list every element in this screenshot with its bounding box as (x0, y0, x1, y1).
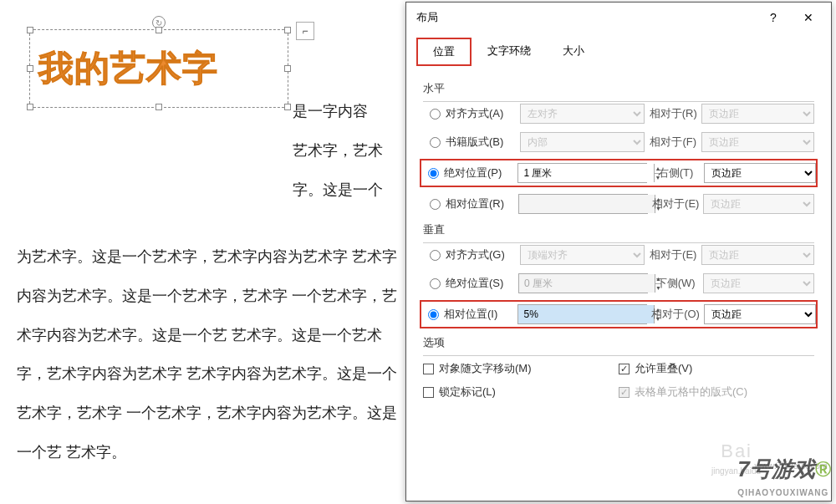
text-line: 字。这是一个 (293, 171, 410, 210)
row-h-book: 书籍版式(B) 内部 相对于(F) 页边距 (423, 130, 814, 154)
body-text: 为艺术字。这是一个艺术字，艺术字内容为艺术字 艺术字内容为艺术字。这是一个艺术字… (17, 237, 397, 472)
document-canvas: ↻ 我的艺术字 ⌐ 是一字内容 艺术字，艺术 字。这是一个 为艺术字。这是一个艺… (0, 0, 405, 504)
spinner-v-rel[interactable]: ▲▼ (517, 304, 647, 324)
watermark-baidu: Bai (721, 440, 752, 462)
radio-h-rel[interactable]: 相对位置(R) (423, 196, 518, 211)
section-horizontal-label: 水平 (423, 81, 814, 96)
layout-options-icon[interactable]: ⌐ (296, 22, 314, 40)
spinner-h-abs[interactable]: ▲▼ (517, 163, 647, 183)
row-v-rel: 相对位置(I) ▲▼ 相对于(O) 页边距 (420, 300, 818, 328)
resize-handle[interactable] (27, 65, 33, 72)
text-line: 艺术字，艺术 (293, 131, 410, 171)
row-v-align: 对齐方式(G) 顶端对齐 相对于(E) 页边距 (423, 243, 814, 267)
select-h-book-ref: 页边距 (701, 132, 814, 152)
radio-v-abs[interactable]: 绝对位置(S) (423, 276, 518, 291)
layout-dialog: 布局 ? ✕ 位置 文字环绕 大小 水平 对齐方式(A) 左对齐 相对于(R) … (405, 2, 832, 501)
label-v-rel-rel: 相对于(O) (647, 307, 703, 322)
select-v-rel-ref[interactable]: 页边距 (704, 304, 816, 324)
help-button[interactable]: ? (761, 8, 786, 28)
checkbox-lock-anchor[interactable]: 锁定标记(L) (423, 384, 619, 400)
close-button[interactable]: ✕ (796, 8, 821, 28)
section-vertical-label: 垂直 (423, 222, 814, 237)
row-h-abs: 绝对位置(P) ▲▼ 右侧(T) 页边距 (420, 159, 818, 187)
row-v-abs: 绝对位置(S) ▲▼ 下侧(W) 页边距 (423, 272, 814, 295)
dialog-title: 布局 (416, 10, 438, 25)
tab-position[interactable]: 位置 (416, 38, 472, 66)
select-h-align-ref: 页边距 (701, 104, 814, 124)
resize-handle[interactable] (284, 65, 291, 72)
resize-handle[interactable] (284, 104, 291, 110)
wordart-text[interactable]: 我的艺术字 (38, 45, 279, 92)
row-h-align: 对齐方式(A) 左对齐 相对于(R) 页边距 (423, 102, 814, 125)
tab-text-wrap[interactable]: 文字环绕 (472, 38, 547, 66)
checkbox-allow-overlap[interactable]: ✓允许重叠(V) (619, 361, 814, 376)
resize-handle[interactable] (27, 104, 33, 110)
text-line: 是一字内容 (293, 92, 410, 131)
body-text-side: 是一字内容 艺术字，艺术 字。这是一个 (293, 92, 410, 209)
tab-size[interactable]: 大小 (547, 38, 600, 66)
radio-v-rel[interactable]: 相对位置(I) (421, 307, 517, 322)
checkbox-cell-layout: ✓表格单元格中的版式(C) (619, 384, 814, 400)
label-h-align-rel: 相对于(R) (645, 106, 701, 121)
radio-h-abs[interactable]: 绝对位置(P) (421, 165, 517, 181)
label-h-abs-rel: 右侧(T) (647, 165, 703, 181)
select-v-align-ref: 页边距 (701, 245, 814, 265)
resize-handle[interactable] (155, 27, 162, 33)
select-v-abs-ref: 页边距 (703, 273, 814, 293)
checkbox-move-with-text[interactable]: 对象随文字移动(M) (423, 361, 619, 376)
wordart-selection-box[interactable]: ↻ 我的艺术字 ⌐ (29, 29, 288, 108)
resize-handle[interactable] (27, 27, 33, 33)
watermark-baidu-sub: jingyan.baidu (711, 466, 761, 476)
select-h-abs-ref[interactable]: 页边距 (704, 163, 816, 183)
tabs: 位置 文字环绕 大小 (406, 33, 831, 66)
wordart-container: ↻ 我的艺术字 ⌐ (17, 17, 397, 95)
watermark-url: www.7hxiayx.com (755, 461, 828, 471)
spinner-v-abs[interactable]: ▲▼ (518, 273, 648, 293)
row-h-rel: 相对位置(R) ▲▼ 相对于(E) 页边距 (423, 192, 814, 216)
select-h-rel-ref: 页边距 (703, 194, 814, 214)
label-v-align-rel: 相对于(E) (645, 247, 701, 262)
label-v-abs-rel: 下侧(W) (648, 276, 703, 291)
radio-v-align[interactable]: 对齐方式(G) (423, 247, 520, 262)
resize-handle[interactable] (284, 27, 291, 33)
dialog-titlebar: 布局 ? ✕ (406, 3, 831, 33)
spinner-h-rel[interactable]: ▲▼ (518, 194, 648, 214)
radio-h-align[interactable]: 对齐方式(A) (423, 106, 520, 121)
radio-h-book[interactable]: 书籍版式(B) (423, 135, 520, 150)
section-options-label: 选项 (423, 335, 814, 350)
label-h-book-rel: 相对于(F) (645, 135, 701, 150)
label-h-rel-rel: 相对于(E) (648, 196, 703, 211)
select-v-align-value: 顶端对齐 (520, 245, 645, 265)
select-h-book-value: 内部 (520, 132, 645, 152)
resize-handle[interactable] (155, 104, 162, 110)
select-h-align-value: 左对齐 (520, 104, 645, 124)
